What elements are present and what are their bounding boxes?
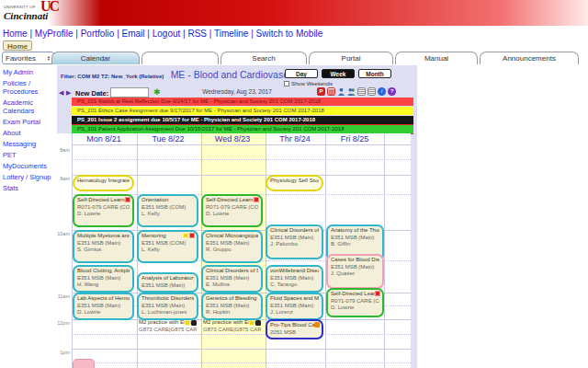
event-fluid-spaces-and-membrane-p[interactable]: Fluid Spaces and Membrane PE351 MSB (Mai… — [266, 293, 323, 320]
new-date-input[interactable] — [110, 87, 149, 98]
nav-link-home[interactable]: Home — [3, 29, 28, 39]
event-genetics-of-bleeding-disord[interactable]: Genetics of Bleeding DisordE351 MSB (Mai… — [201, 293, 263, 320]
event-flags — [314, 322, 320, 328]
breadcrumb[interactable]: Home — [3, 40, 32, 51]
event-m2-practice-with-examsoft[interactable]: M2 practice with ExamsoftG873 CARE|G875 … — [137, 319, 198, 336]
time-label-9am: 9am — [57, 176, 70, 181]
favorites-select[interactable]: Favorites ▲▼ — [2, 52, 54, 64]
pdf-icon[interactable]: P — [317, 87, 325, 96]
event-m2-practice-with-examsoft[interactable]: M2 practice with ExamsoftG873 CARE|G875 … — [201, 319, 263, 336]
nav-link-rss[interactable]: RSS — [187, 29, 207, 39]
event-vonwillebrand-disease-and-he[interactable]: vonWillebrand Disease and HeE351 MSB (Ma… — [266, 265, 323, 293]
nav-separator: | — [207, 29, 214, 39]
notice-banner-yellow[interactable]: PS_201 Ethics Case Assignment due 9/17/2… — [72, 107, 413, 115]
list-icon[interactable] — [357, 87, 366, 96]
time-label-1pm: 1pm — [57, 350, 70, 355]
event-person: R. Gruppo — [206, 247, 258, 254]
sidebar-item-academic-calendars[interactable]: Academic Calendars — [3, 98, 56, 115]
next-date-arrow[interactable]: ▶ — [66, 89, 71, 97]
view-day-button[interactable]: Day — [285, 69, 318, 78]
nav-link-myprofile[interactable]: MyProfile — [35, 29, 74, 39]
tab-announcements[interactable]: Announcements — [480, 52, 579, 64]
notice-banner-black[interactable]: PS_201 Issue 2 assignment due 10/5/17 fo… — [72, 116, 413, 124]
event-clinical-microangiopathies-t[interactable]: Clinical Microangiopathies TE351 MSB (Ma… — [201, 230, 263, 263]
event-person: D. Lowrie — [77, 309, 130, 316]
day-header-thr-8-24: Thr 8/24 — [263, 134, 327, 144]
event-thrombotic-disorders-inherite[interactable]: Thrombotic Disorders: InheriteE351 MSB (… — [137, 293, 198, 320]
event-physiology-self-study-module[interactable]: Physiology Self Study Module — [266, 175, 323, 191]
calendar-grid-icon[interactable]: ▦ — [327, 87, 335, 96]
tab-blank[interactable] — [141, 52, 219, 64]
tab-portal[interactable]: Portal — [309, 52, 393, 64]
current-date-text: Wednesday, Aug 23, 2017 — [145, 88, 329, 95]
event-person: D. Lowrie — [206, 211, 258, 218]
event-pro-tips-blood-cardio[interactable]: Pro-Tips Blood Cardio2051 MSB — [266, 319, 323, 339]
prev-date-arrow[interactable]: ◀ — [59, 89, 63, 97]
event-self-directed-learning-tho[interactable]: Self-Directed Learning - ThoR071-079 CAR… — [73, 194, 134, 227]
tab-search[interactable]: Search — [220, 52, 307, 64]
notice-banner-red[interactable]: PS_201 Rabbit at Rest Reflection Due 9/2… — [72, 98, 413, 106]
event-location: E351 MSB (Main) — [206, 303, 258, 310]
event-title: Pro-Tips Blood Cardio — [270, 322, 319, 329]
view-month-button[interactable]: Month — [358, 69, 391, 78]
list-alt-icon[interactable] — [368, 87, 376, 96]
nav-link-portfolio[interactable]: Portfolio — [81, 29, 115, 39]
event-flags — [125, 197, 130, 202]
black-flag-icon — [255, 320, 261, 326]
view-week-button[interactable]: Week — [322, 69, 355, 78]
sidebar-item-lottery-signup[interactable]: Lottery / Signup — [3, 173, 56, 181]
help-icon[interactable]: ? — [388, 87, 396, 96]
event-cases-for-blood-disorders[interactable]: Cases for Blood DisordersE351 MSB (Main)… — [326, 254, 384, 289]
event-blood-clotting-antiplatelets-a[interactable]: Blood Clotting, Antiplatelets, AE351 MSB… — [73, 265, 134, 293]
black-flag-icon — [191, 320, 197, 326]
event-location: E351 MSB (Main) — [270, 275, 319, 282]
nav-link-logout[interactable]: Logout — [153, 29, 181, 39]
university-header-band: UNIVERSITY OF UC Cincinnati — [0, 0, 588, 26]
sidebar-item-stats[interactable]: Stats — [3, 184, 56, 192]
event-location: E351 MSB (Main) — [77, 240, 130, 247]
event-person: J. Quatier — [331, 270, 379, 278]
spinner-arrows-icon: ▲▼ — [47, 55, 51, 62]
event-clinical-disorders-of-second[interactable]: Clinical Disorders of SecondE351 MSB (Ma… — [201, 265, 263, 293]
time-label-10am: 10am — [57, 231, 70, 236]
sidebar-item-exam-portal[interactable]: Exam Portal — [3, 118, 56, 126]
event-self-directed-learning-th[interactable]: Self-Directed Learning - ThR071-079 CARE… — [201, 194, 263, 227]
event-location: R071-079 CARE (COM) — [206, 204, 258, 212]
event-location: E351 MSB (Main) — [77, 303, 130, 310]
sidebar-item-mydocuments[interactable]: MyDocuments — [3, 162, 56, 170]
user-icon[interactable] — [337, 87, 345, 96]
logo-small-text: UNIVERSITY OF — [4, 5, 36, 9]
event-self-directed-learning-tho[interactable]: Self-Directed Learning - ThoR071-079 CAR… — [326, 288, 384, 317]
event-flags — [254, 197, 259, 202]
sidebar-item-my-admin[interactable]: My Admin — [3, 68, 56, 76]
nav-link-switch-to-mobile[interactable]: Switch to Mobile — [256, 29, 323, 39]
event-hematology-integrated-cases[interactable]: Hematology Integrated Cases — [73, 175, 134, 191]
sidebar-item-messaging[interactable]: Messaging — [3, 140, 56, 148]
info-icon[interactable]: i — [378, 87, 386, 96]
users-icon[interactable] — [347, 87, 356, 96]
sidebar-item-pet[interactable]: PET — [3, 151, 56, 159]
nav-link-timeline[interactable]: Timeline — [214, 29, 248, 39]
event-mentoring[interactable]: MentoringE351 MSB (COM)L. Kelly — [137, 230, 198, 263]
red-flag-icon — [125, 197, 130, 202]
show-weekends-checkbox[interactable] — [284, 81, 289, 86]
sidebar-item-policies-procedures[interactable]: Policies / Procedures — [3, 79, 56, 96]
nav-link-email[interactable]: Email — [122, 29, 145, 39]
favorites-label: Favorites — [6, 54, 36, 63]
event-orientation[interactable]: OrientationE351 MSB (COM)L. Kelly — [137, 194, 198, 227]
event-multiple-myeloma-and-plasma[interactable]: Multiple Myeloma and PlasmaE351 MSB (Mai… — [73, 230, 134, 263]
event-clinical-disorders-of-primary-h[interactable]: Clinical Disorders of Primary HE351 MSB … — [266, 224, 323, 259]
event-person: L. Kelly — [141, 211, 194, 218]
event-person: J. Lorenz — [270, 309, 319, 316]
tab-manual[interactable]: Manual — [395, 52, 478, 64]
event-location: E351 MSB (Main) — [331, 264, 379, 271]
event-location: R071-079 CARE (COM) — [331, 298, 379, 305]
event-analysis-of-laboratory-data-for[interactable]: Analysis of Laboratory Data forE351 MSB … — [137, 272, 198, 293]
sidebar-item-about[interactable]: About — [3, 129, 56, 137]
event-lab-aspects-of-hemostasis-te[interactable]: Lab Aspects of Hemostasis TeE351 MSB (Ma… — [73, 293, 134, 320]
event-location: R071-079 CARE (COM) — [77, 204, 130, 212]
event-title: Self-Directed Learning - Th — [206, 197, 258, 204]
event-blank[interactable] — [73, 359, 95, 368]
tab-calendar[interactable]: Calendar — [51, 52, 140, 64]
day-header-mon-8-21: Mon 8/21 — [72, 134, 136, 144]
